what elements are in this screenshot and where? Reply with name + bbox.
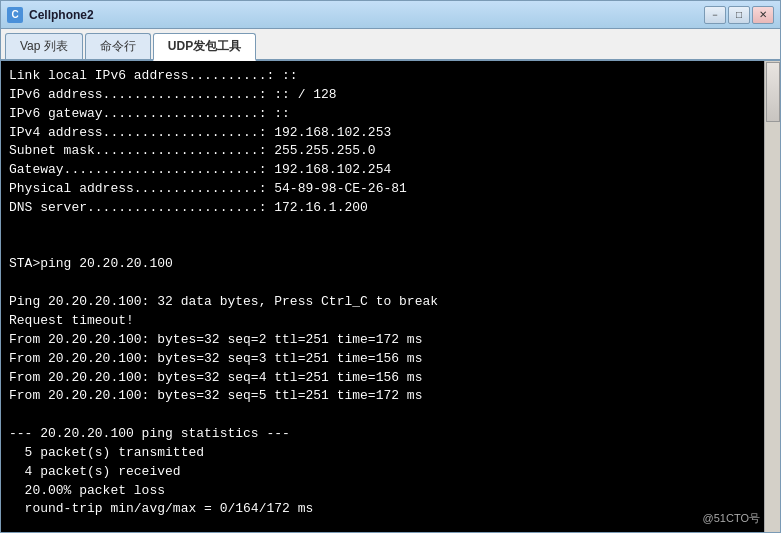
- minimize-button[interactable]: －: [704, 6, 726, 24]
- terminal-container[interactable]: Link local IPv6 address..........: :: IP…: [1, 61, 780, 532]
- title-bar: C Cellphone2 － □ ✕: [1, 1, 780, 29]
- terminal-output: Link local IPv6 address..........: :: IP…: [9, 67, 772, 532]
- watermark: @51CTO号: [703, 511, 760, 526]
- title-buttons: － □ ✕: [704, 6, 774, 24]
- window-title: Cellphone2: [29, 8, 704, 22]
- tab-vap[interactable]: Vap 列表: [5, 33, 83, 59]
- main-window: C Cellphone2 － □ ✕ Vap 列表 命令行 UDP发包工具 Li…: [0, 0, 781, 533]
- scrollbar-thumb[interactable]: [766, 62, 780, 122]
- tab-bar: Vap 列表 命令行 UDP发包工具: [1, 29, 780, 61]
- close-button[interactable]: ✕: [752, 6, 774, 24]
- tab-cmd[interactable]: 命令行: [85, 33, 151, 59]
- tab-udp[interactable]: UDP发包工具: [153, 33, 256, 61]
- scrollbar[interactable]: [764, 61, 780, 532]
- maximize-button[interactable]: □: [728, 6, 750, 24]
- window-icon: C: [7, 7, 23, 23]
